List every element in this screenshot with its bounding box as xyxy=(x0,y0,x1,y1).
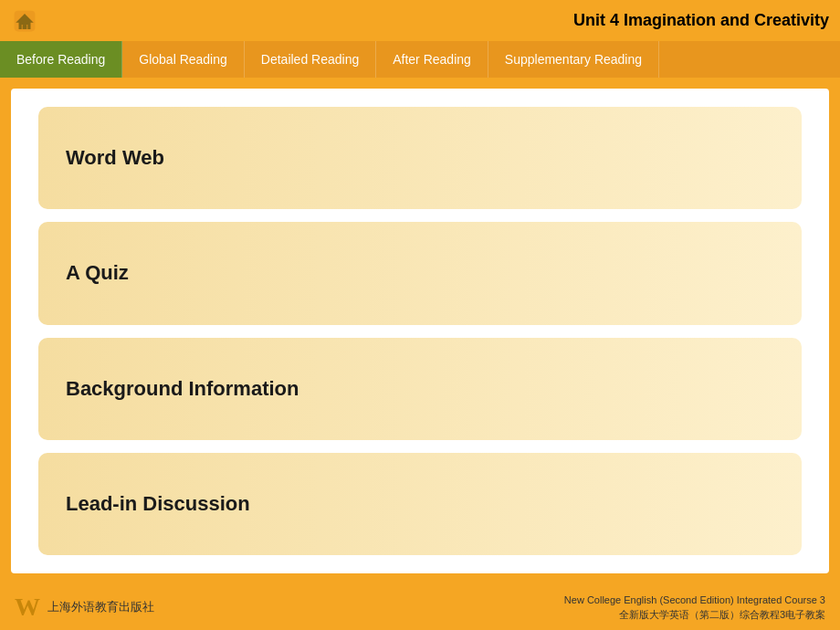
card-word-web-title: Word Web xyxy=(66,146,164,170)
card-lead-in-discussion[interactable]: Lead-in Discussion xyxy=(38,453,802,555)
card-quiz[interactable]: A Quiz xyxy=(38,222,802,324)
card-background-info[interactable]: Background Information xyxy=(38,338,802,440)
tab-before-reading[interactable]: Before Reading xyxy=(0,41,122,78)
nav-tabs: Before Reading Global Reading Detailed R… xyxy=(0,41,840,78)
tab-detailed-reading[interactable]: Detailed Reading xyxy=(245,41,376,78)
logo-text: 上海外语教育出版社 xyxy=(47,599,154,615)
header: Unit 4 Imagination and Creativity xyxy=(0,0,840,41)
card-quiz-title: A Quiz xyxy=(66,261,129,285)
logo-letter: W xyxy=(15,593,40,622)
unit-title: Unit 4 Imagination and Creativity xyxy=(573,11,829,30)
tab-supplementary-reading[interactable]: Supplementary Reading xyxy=(488,41,659,78)
home-button[interactable] xyxy=(11,7,38,35)
main-content: Word Web A Quiz Background Information L… xyxy=(11,89,829,573)
card-word-web[interactable]: Word Web xyxy=(38,107,802,209)
card-lead-in-discussion-title: Lead-in Discussion xyxy=(66,492,250,516)
footer-right-info: New College English (Second Edition) Int… xyxy=(564,593,825,623)
footer: W 上海外语教育出版社 New College English (Second … xyxy=(0,584,840,630)
tab-global-reading[interactable]: Global Reading xyxy=(122,41,245,78)
footer-logo: W 上海外语教育出版社 xyxy=(15,593,154,622)
tab-after-reading[interactable]: After Reading xyxy=(376,41,488,78)
svg-rect-2 xyxy=(23,25,27,29)
card-background-info-title: Background Information xyxy=(66,377,299,401)
